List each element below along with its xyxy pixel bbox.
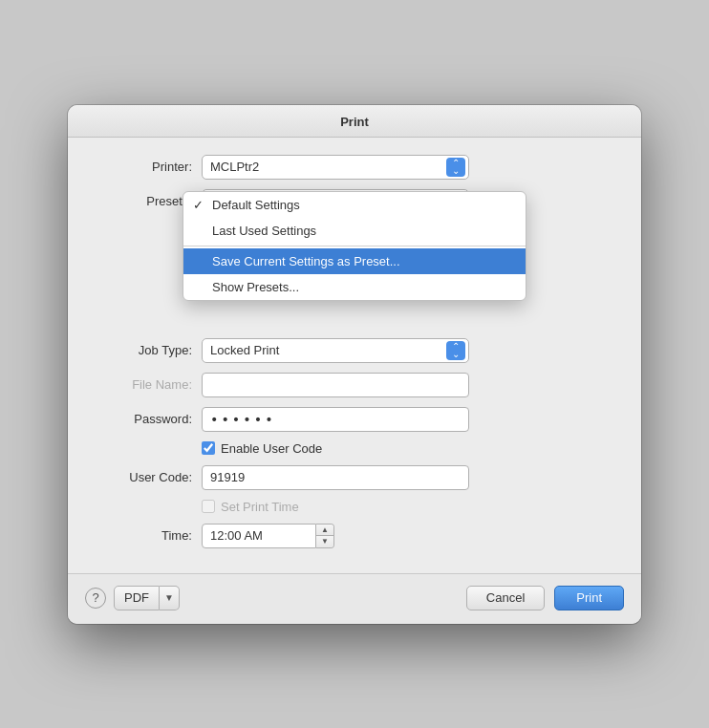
printer-label: Printer:: [87, 160, 192, 174]
printer-select[interactable]: MCLPtr2: [202, 155, 469, 180]
printer-row: Printer: MCLPtr2: [87, 155, 622, 180]
job-type-select[interactable]: Locked Print: [202, 338, 469, 363]
user-code-label: User Code:: [87, 470, 192, 484]
dialog-footer: ? PDF ▼ Cancel Print: [68, 573, 641, 624]
printer-select-wrapper: MCLPtr2: [202, 155, 469, 180]
preset-dropdown-menu: Default Settings Last Used Settings Save…: [183, 191, 526, 301]
time-label: Time:: [87, 528, 192, 543]
dialog-title: Print: [340, 115, 369, 129]
job-type-row: Job Type: Locked Print: [87, 338, 622, 363]
preset-label: Presets:: [87, 194, 192, 208]
print-button[interactable]: Print: [554, 586, 624, 610]
file-name-input[interactable]: [202, 373, 469, 397]
cancel-button[interactable]: Cancel: [466, 586, 545, 610]
dropdown-item-last-used-settings[interactable]: Last Used Settings: [183, 218, 526, 244]
print-dialog: Print Printer: MCLPtr2 Presets: Save Cur…: [68, 105, 641, 624]
time-stepper: ▲ ▼: [202, 524, 334, 548]
time-stepper-group: ▲ ▼: [316, 524, 334, 548]
help-icon: ?: [92, 590, 98, 605]
dropdown-item-label: Last Used Settings: [212, 224, 316, 238]
file-name-label: File Name:: [87, 377, 192, 392]
set-print-time-row: Set Print Time: [202, 500, 622, 514]
time-decrement-button[interactable]: ▼: [316, 536, 333, 547]
user-code-row: User Code:: [87, 465, 622, 490]
user-code-input[interactable]: [202, 465, 469, 490]
dropdown-divider: [183, 246, 526, 246]
time-increment-button[interactable]: ▲: [316, 525, 333, 536]
dropdown-item-label: Default Settings: [212, 198, 300, 212]
dropdown-item-label: Show Presets...: [212, 280, 299, 294]
enable-user-code-row: Enable User Code: [202, 441, 622, 456]
pdf-chevron-icon: ▼: [164, 592, 174, 603]
footer-left: ? PDF ▼: [85, 586, 180, 610]
time-row: Time: ▲ ▼: [87, 524, 622, 548]
pdf-arrow-button[interactable]: ▼: [160, 586, 180, 610]
password-input[interactable]: [202, 407, 469, 432]
file-name-row: File Name:: [87, 373, 622, 397]
dialog-content: Printer: MCLPtr2 Presets: Save Current S…: [68, 138, 641, 573]
password-row: Password:: [87, 407, 622, 432]
dropdown-item-save-current[interactable]: Save Current Settings as Preset...: [183, 248, 526, 274]
help-button[interactable]: ?: [85, 588, 106, 609]
footer-right: Cancel Print: [466, 586, 624, 610]
enable-user-code-label: Enable User Code: [221, 441, 322, 456]
password-label: Password:: [87, 412, 192, 426]
dropdown-item-label: Save Current Settings as Preset...: [212, 254, 400, 268]
dialog-title-bar: Print: [68, 105, 641, 138]
pdf-button[interactable]: PDF: [114, 586, 160, 610]
dropdown-item-default-settings[interactable]: Default Settings: [183, 192, 526, 218]
time-input[interactable]: [202, 524, 316, 548]
pdf-button-group: PDF ▼: [114, 586, 180, 610]
enable-user-code-checkbox[interactable]: [202, 441, 215, 455]
job-type-label: Job Type:: [87, 343, 192, 357]
job-type-select-wrapper: Locked Print: [202, 338, 469, 363]
dropdown-item-show-presets[interactable]: Show Presets...: [183, 274, 526, 300]
set-print-time-checkbox[interactable]: [202, 500, 215, 513]
set-print-time-label: Set Print Time: [221, 500, 299, 514]
